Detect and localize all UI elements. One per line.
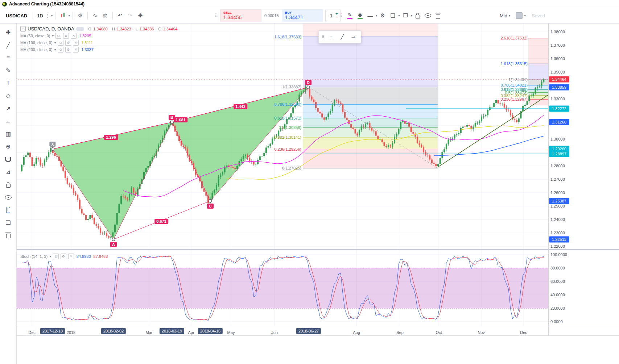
chevron-down-icon[interactable]: ▾ <box>52 34 54 38</box>
trash-icon[interactable] <box>433 11 443 20</box>
crosshair-tool[interactable]: ✚ <box>0 26 16 39</box>
eye-icon[interactable]: ⊙ <box>53 254 59 259</box>
separator <box>73 12 73 20</box>
stoch-d-value: 87.6463 <box>94 254 108 259</box>
legend-title-row: − USD/CAD, D, OANDA O 1.34680 H 1.34823 … <box>20 25 177 32</box>
trendline-tool[interactable]: ╱ <box>0 39 16 51</box>
layout-selector[interactable]: ▾ <box>516 12 526 19</box>
style-settings-button[interactable]: ≡ <box>326 32 336 42</box>
undo-icon[interactable]: ↶ <box>115 11 125 20</box>
lock-all-tool[interactable] <box>0 178 16 191</box>
buy-button[interactable]: BUY 1.34471 <box>282 9 323 22</box>
eye-icon[interactable]: ⊙ <box>58 47 63 53</box>
drawing-settings-icon[interactable]: ⚙ <box>378 11 387 20</box>
chart-type-icon[interactable] <box>58 11 67 20</box>
object-tree-tool[interactable]: ❏ <box>0 216 16 229</box>
xabcd-pattern-tool[interactable]: ◇ <box>0 89 16 102</box>
arrow-tool[interactable]: ← <box>0 115 16 127</box>
xabcd-pattern-fill[interactable] <box>53 87 308 239</box>
chevron-down-icon[interactable]: ▾ <box>54 41 56 45</box>
price-source-value: Mid <box>500 13 507 18</box>
prediction-tool[interactable]: ↗ <box>0 102 16 115</box>
ohlc-open-label: O <box>88 27 92 31</box>
gear-icon[interactable]: ⚙ <box>65 40 71 46</box>
fib-retracement[interactable] <box>303 23 548 168</box>
stoch-label[interactable]: Stoch (14, 1, 3) <box>20 254 48 259</box>
ohlc-low-label: L <box>136 27 138 31</box>
fill-color-button[interactable]: ◆ <box>355 11 365 20</box>
magnet-tool[interactable] <box>0 153 16 166</box>
eye-icon[interactable]: ⊙ <box>55 33 61 39</box>
fib-retracement-tool[interactable]: ≡ <box>0 51 16 64</box>
drag-handle-icon[interactable]: ⠿ <box>321 34 325 39</box>
floating-drawing-toolbar[interactable]: ⠿ ≡ ╱ ⊸ <box>318 30 361 43</box>
indicators-icon[interactable]: ∿ <box>90 11 100 20</box>
zoom-tool[interactable]: ⊕ <box>0 140 16 153</box>
compare-icon[interactable]: ⚖ <box>100 11 110 20</box>
chevron-down-icon[interactable]: ▾ <box>51 14 53 17</box>
close-icon[interactable]: ✕ <box>73 40 79 46</box>
ma50-label[interactable]: MA (50, close, 0) <box>20 34 50 38</box>
bars-pattern-tool[interactable]: ▥ <box>0 127 16 140</box>
line-style-icon[interactable]: — <box>366 11 375 20</box>
measure-tool[interactable]: ⊿ <box>0 166 16 178</box>
quantity-decrease-button[interactable]: − <box>335 16 338 19</box>
chevron-down-icon[interactable]: ▾ <box>411 14 413 17</box>
link-tool[interactable] <box>0 204 16 216</box>
close-icon[interactable]: ✕ <box>68 254 74 259</box>
magnet-tool-icon <box>5 157 11 162</box>
symbol-input[interactable]: USD/CAD <box>3 13 30 18</box>
ray-style-button[interactable]: ⊸ <box>349 32 358 42</box>
separator <box>33 12 33 20</box>
chart-title[interactable]: USD/CAD, D, OANDA <box>28 26 74 32</box>
template-icon[interactable]: ❏ <box>388 11 397 20</box>
advanced-charting-app: Advanced Charting (1543240881544) USD/CA… <box>0 0 619 364</box>
price-source-selector[interactable]: Mid ▾ <box>500 13 510 18</box>
save-status: Saved <box>532 13 545 18</box>
link-tool-icon <box>6 207 10 213</box>
drag-handle-icon[interactable]: ⠿ <box>215 13 218 18</box>
fill-color-swatch <box>358 18 363 19</box>
quantity-field[interactable]: 1 + − <box>325 9 341 22</box>
interval-menu-icon[interactable]: ⋮ <box>45 11 50 20</box>
brush-tool[interactable]: ✎ <box>0 64 16 77</box>
ohlc-low-value: 1.34336 <box>140 27 154 31</box>
ohlc-high-label: H <box>112 27 115 31</box>
gear-icon[interactable]: ⚙ <box>63 33 69 39</box>
drag-handle-icon[interactable]: ⠿ <box>339 13 342 18</box>
chart-canvas[interactable] <box>0 0 619 364</box>
chart-stage[interactable]: 1.380001.370001.360001.350001.330001.300… <box>0 0 619 364</box>
hide-all-tool[interactable] <box>0 191 16 204</box>
chevron-down-icon[interactable]: ▾ <box>49 255 51 258</box>
chevron-down-icon[interactable]: ▾ <box>54 48 56 51</box>
quantity-value: 1 <box>330 13 333 18</box>
close-icon[interactable]: ✕ <box>73 47 79 53</box>
chevron-down-icon[interactable]: ▾ <box>398 14 400 17</box>
chevron-down-icon[interactable]: ▾ <box>376 14 377 17</box>
hide-all-tool-icon <box>5 195 12 200</box>
chart-menu-icon[interactable] <box>76 27 84 31</box>
sell-button[interactable]: SELL 1.34456 <box>220 9 261 22</box>
text-tool[interactable]: T <box>0 77 16 89</box>
separator <box>112 12 113 20</box>
close-icon[interactable]: ✕ <box>71 33 77 39</box>
chart-settings-icon[interactable]: ⚙ <box>75 11 85 20</box>
clone-icon[interactable]: ❐ <box>401 11 410 20</box>
brush-color-button[interactable]: ✎ <box>345 11 355 20</box>
fullscreen-icon[interactable]: ✥ <box>136 11 145 20</box>
remove-all-tool[interactable] <box>0 229 16 242</box>
lock-all-tool-icon <box>6 184 11 188</box>
interval-selector[interactable]: 1D <box>36 13 45 18</box>
ma200-label[interactable]: MA (200, close, 0) <box>20 47 53 52</box>
trendline-style-button[interactable]: ╱ <box>338 32 347 42</box>
chevron-down-icon[interactable]: ▾ <box>68 14 70 17</box>
gear-icon[interactable]: ⚙ <box>65 47 71 53</box>
ma100-label[interactable]: MA (100, close, 0) <box>20 41 53 45</box>
eye-icon[interactable] <box>423 11 433 20</box>
eye-icon[interactable]: ⊙ <box>58 40 63 46</box>
lock-icon[interactable] <box>413 11 422 20</box>
chevron-down-icon: ▾ <box>524 14 526 17</box>
legend-collapse-icon[interactable]: − <box>20 26 26 32</box>
redo-icon[interactable]: ↷ <box>125 11 135 20</box>
gear-icon[interactable]: ⚙ <box>61 254 66 259</box>
